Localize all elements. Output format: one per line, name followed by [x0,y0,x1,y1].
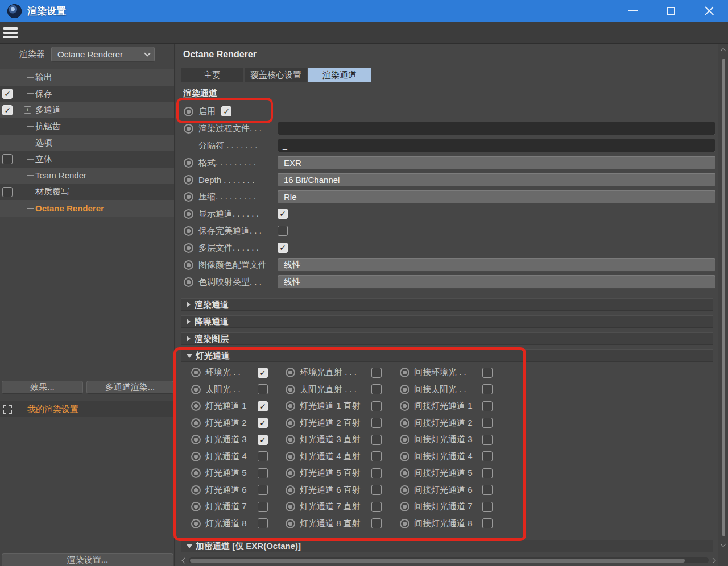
light-channel-1-direct-checkbox[interactable] [371,401,382,411]
horizontal-scrollbar[interactable] [181,556,717,564]
animation-dot-icon[interactable] [191,435,201,444]
animation-dot-icon[interactable] [400,468,410,478]
vertical-scrollbar[interactable] [718,44,728,566]
animation-dot-icon[interactable] [400,385,410,394]
animation-dot-icon[interactable] [184,243,193,253]
animation-dot-icon[interactable] [286,418,295,428]
compression-dropdown[interactable]: Rle [278,190,715,203]
multipass-enabled-checkbox[interactable] [2,105,13,115]
animation-dot-icon[interactable] [400,418,410,428]
light-channel-3-direct-checkbox[interactable] [371,435,382,445]
animation-dot-icon[interactable] [191,502,201,511]
ambient-direct-checkbox[interactable] [371,368,382,378]
indirect-light-channel-8-checkbox[interactable] [482,518,493,528]
horizontal-scroll-thumb[interactable] [190,559,685,563]
animation-dot-icon[interactable] [191,519,201,528]
depth-dropdown[interactable]: 16 Bit/Channel [278,173,715,186]
maximize-button[interactable] [652,0,690,22]
hamburger-menu-button[interactable] [3,27,18,38]
render-file-input[interactable] [278,122,715,135]
animation-dot-icon[interactable] [286,502,295,511]
light-channel-7-checkbox[interactable] [258,502,268,512]
format-dropdown[interactable]: EXR [278,156,715,169]
light-channel-2-checkbox[interactable] [258,418,268,428]
light-channel-8-checkbox[interactable] [258,518,268,528]
animation-dot-icon[interactable] [191,485,201,495]
animation-dot-icon[interactable] [400,502,410,511]
indirect-sunlight-checkbox[interactable] [482,384,493,394]
animation-dot-icon[interactable] [286,368,295,377]
animation-dot-icon[interactable] [184,192,193,202]
light-channel-8-direct-checkbox[interactable] [371,518,382,528]
sidebar-item-octane-renderer[interactable]: Octane Renderer [0,200,174,217]
save-enabled-checkbox[interactable] [2,89,13,99]
animation-dot-icon[interactable] [400,435,410,444]
close-button[interactable] [690,0,728,22]
multilayer-checkbox[interactable] [278,243,288,253]
minimize-button[interactable] [614,0,652,22]
animation-dot-icon[interactable] [191,468,201,478]
effects-button[interactable]: 效果... [2,381,83,394]
light-channel-6-checkbox[interactable] [258,485,268,495]
sidebar-item-save[interactable]: 保存 [0,86,174,102]
animation-dot-icon[interactable] [191,401,201,411]
sidebar-item-material-override[interactable]: 材质覆写 [0,184,174,200]
indirect-ambient-checkbox[interactable] [482,368,493,378]
my-render-settings-item[interactable]: 我的渲染设置 [0,401,174,417]
sidebar-item-stereo[interactable]: 立体 [0,151,174,168]
indirect-light-channel-3-checkbox[interactable] [482,435,493,445]
enable-checkbox[interactable] [221,106,231,116]
animation-dot-icon[interactable] [191,452,201,461]
animation-dot-icon[interactable] [184,226,193,236]
tonemap-dropdown[interactable]: 线性 [278,275,715,289]
show-passes-checkbox[interactable] [278,209,288,219]
separator-input[interactable]: _ [278,139,715,152]
animation-dot-icon[interactable] [400,368,410,377]
stereo-enabled-checkbox[interactable] [2,154,13,164]
animation-dot-icon[interactable] [286,519,295,528]
save-perfect-checkbox[interactable] [278,226,288,236]
animation-dot-icon[interactable] [286,401,295,411]
light-channel-3-checkbox[interactable] [258,435,268,445]
animation-dot-icon[interactable] [184,158,193,168]
tab-kernel-override[interactable]: 覆盖核心设置 [245,68,307,82]
sidebar-item-team-render[interactable]: Team Render [0,168,174,184]
scroll-right-icon[interactable] [711,557,717,563]
animation-dot-icon[interactable] [286,468,295,478]
tab-main[interactable]: 主要 [181,68,243,82]
scroll-down-icon[interactable] [721,542,726,547]
light-channel-4-checkbox[interactable] [258,451,268,461]
light-channel-2-direct-checkbox[interactable] [371,418,382,428]
animation-dot-icon[interactable] [400,519,410,528]
tab-render-passes[interactable]: 渲染通道 [308,68,371,82]
animation-dot-icon[interactable] [184,277,193,287]
animation-dot-icon[interactable] [286,485,295,495]
animation-dot-icon[interactable] [400,485,410,495]
group-render-layers[interactable]: 渲染图层 [181,332,713,345]
sunlight-direct-checkbox[interactable] [371,384,382,394]
sidebar-item-multipass[interactable]: 多通道 [0,102,174,119]
sidebar-item-output[interactable]: 输出 [0,69,174,86]
light-channel-5-checkbox[interactable] [258,468,268,478]
animation-dot-icon[interactable] [191,385,201,394]
group-light-passes[interactable]: 灯光通道 [181,349,713,362]
indirect-light-channel-4-checkbox[interactable] [482,451,493,461]
scroll-left-icon[interactable] [181,557,187,563]
sidebar-item-options[interactable]: 选项 [0,135,174,151]
group-denoise-passes[interactable]: 降噪通道 [181,315,713,328]
renderer-dropdown[interactable]: Octane Renderer [51,47,155,62]
color-profile-dropdown[interactable]: 线性 [278,258,715,272]
animation-dot-icon[interactable] [184,124,193,134]
animation-dot-icon[interactable] [191,418,201,428]
animation-dot-icon[interactable] [286,385,295,394]
material-override-checkbox[interactable] [2,187,13,197]
light-channel-6-direct-checkbox[interactable] [371,485,382,495]
indirect-light-channel-6-checkbox[interactable] [482,485,493,495]
vertical-scroll-thumb[interactable] [722,59,725,536]
animation-dot-icon[interactable] [184,175,193,185]
light-channel-4-direct-checkbox[interactable] [371,451,382,461]
animation-dot-icon[interactable] [286,452,295,461]
indirect-light-channel-2-checkbox[interactable] [482,418,493,428]
indirect-light-channel-7-checkbox[interactable] [482,502,493,512]
group-render-passes[interactable]: 渲染通道 [181,298,713,311]
